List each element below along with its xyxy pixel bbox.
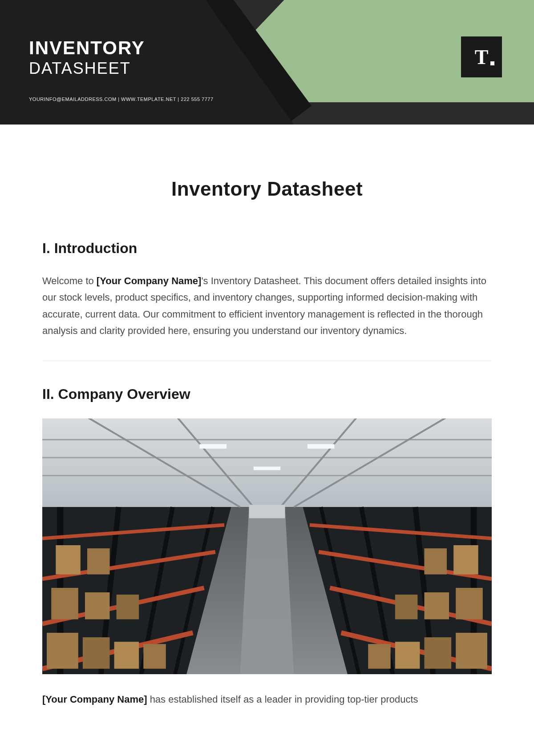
svg-rect-27	[51, 587, 78, 619]
company-name-placeholder: [Your Company Name]	[97, 275, 202, 286]
svg-rect-0	[42, 418, 492, 507]
svg-rect-31	[87, 548, 110, 575]
svg-rect-23	[47, 632, 78, 668]
svg-rect-11	[200, 444, 227, 448]
svg-rect-13	[254, 466, 281, 470]
header-title-line1: INVENTORY	[29, 38, 214, 58]
intro-text-pre: Welcome to	[42, 275, 97, 286]
warehouse-image	[42, 418, 492, 674]
section-heading-introduction: I. Introduction	[42, 240, 492, 257]
page-title: Inventory Datasheet	[42, 178, 492, 200]
svg-rect-49	[425, 548, 447, 575]
header-text-block: INVENTORY DATASHEET YOURINFO@EMAILADDRES…	[29, 38, 214, 102]
svg-rect-45	[456, 587, 483, 619]
overview-text-fragment: has established itself as a leader in pr…	[147, 694, 418, 705]
svg-rect-43	[395, 642, 420, 669]
logo-letter: T	[475, 45, 489, 69]
svg-rect-42	[425, 637, 452, 669]
svg-rect-24	[83, 637, 110, 669]
svg-rect-47	[395, 595, 418, 619]
svg-rect-26	[143, 644, 166, 669]
svg-rect-41	[456, 632, 487, 668]
section-heading-overview: II. Company Overview	[42, 386, 492, 402]
section-divider	[42, 361, 492, 361]
header-contact-info: YOURINFO@EMAILADDRESS.COM | WWW.TEMPLATE…	[29, 97, 214, 102]
svg-rect-46	[425, 592, 449, 619]
company-name-placeholder-2: [Your Company Name]	[42, 694, 147, 705]
svg-rect-44	[368, 644, 391, 669]
header-title-line2: DATASHEET	[29, 59, 214, 78]
svg-rect-30	[56, 545, 81, 575]
document-header: INVENTORY DATASHEET YOURINFO@EMAILADDRES…	[0, 0, 534, 125]
svg-rect-12	[307, 444, 335, 448]
svg-rect-29	[117, 595, 139, 619]
document-body: Inventory Datasheet I. Introduction Welc…	[0, 125, 534, 708]
logo-dot-icon	[490, 61, 494, 65]
warehouse-illustration-icon	[42, 418, 492, 674]
svg-rect-50	[249, 505, 285, 518]
logo: T	[461, 36, 502, 77]
svg-rect-48	[453, 545, 478, 575]
svg-marker-3	[240, 507, 294, 674]
svg-rect-25	[114, 642, 139, 669]
overview-paragraph-truncated: [Your Company Name] has established itse…	[42, 691, 492, 708]
svg-rect-28	[85, 592, 110, 619]
intro-paragraph: Welcome to [Your Company Name]'s Invento…	[42, 273, 492, 339]
